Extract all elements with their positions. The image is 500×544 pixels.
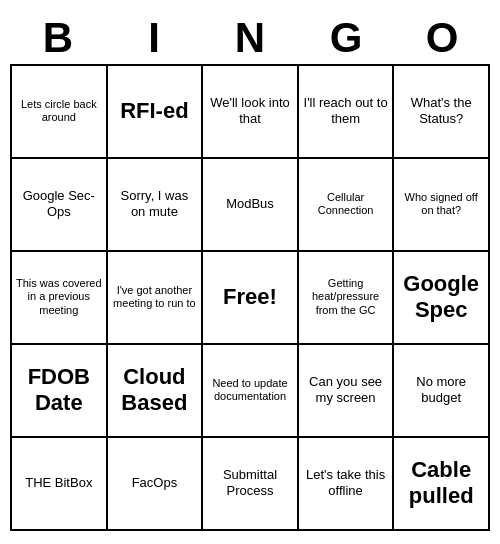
cell-15: FDOB Date — [12, 345, 108, 438]
cell-2: We'll look into that — [203, 66, 299, 159]
bingo-grid: Lets circle back aroundRFI-edWe'll look … — [10, 64, 490, 531]
cell-24: Cable pulled — [394, 438, 490, 531]
cell-11: I've got another meeting to run to — [108, 252, 204, 345]
cell-21: FacOps — [108, 438, 204, 531]
cell-18: Can you see my screen — [299, 345, 395, 438]
cell-6: Sorry, I was on mute — [108, 159, 204, 252]
cell-19: No more budget — [394, 345, 490, 438]
bingo-letter-i: I — [109, 14, 199, 62]
cell-8: Cellular Connection — [299, 159, 395, 252]
cell-12: Free! — [203, 252, 299, 345]
cell-14: Google Spec — [394, 252, 490, 345]
cell-17: Need to update documentation — [203, 345, 299, 438]
bingo-letter-g: G — [301, 14, 391, 62]
bingo-letter-n: N — [205, 14, 295, 62]
bingo-title: BINGO — [10, 14, 490, 62]
cell-22: Submittal Process — [203, 438, 299, 531]
cell-0: Lets circle back around — [12, 66, 108, 159]
cell-9: Who signed off on that? — [394, 159, 490, 252]
cell-7: ModBus — [203, 159, 299, 252]
cell-16: Cloud Based — [108, 345, 204, 438]
cell-13: Getting heat/pressure from the GC — [299, 252, 395, 345]
cell-23: Let's take this offline — [299, 438, 395, 531]
bingo-card: BINGO Lets circle back aroundRFI-edWe'll… — [10, 14, 490, 531]
bingo-letter-b: B — [13, 14, 103, 62]
cell-3: I'll reach out to them — [299, 66, 395, 159]
cell-20: THE BitBox — [12, 438, 108, 531]
bingo-letter-o: O — [397, 14, 487, 62]
cell-10: This was covered in a previous meeting — [12, 252, 108, 345]
cell-4: What's the Status? — [394, 66, 490, 159]
cell-1: RFI-ed — [108, 66, 204, 159]
cell-5: Google Sec-Ops — [12, 159, 108, 252]
